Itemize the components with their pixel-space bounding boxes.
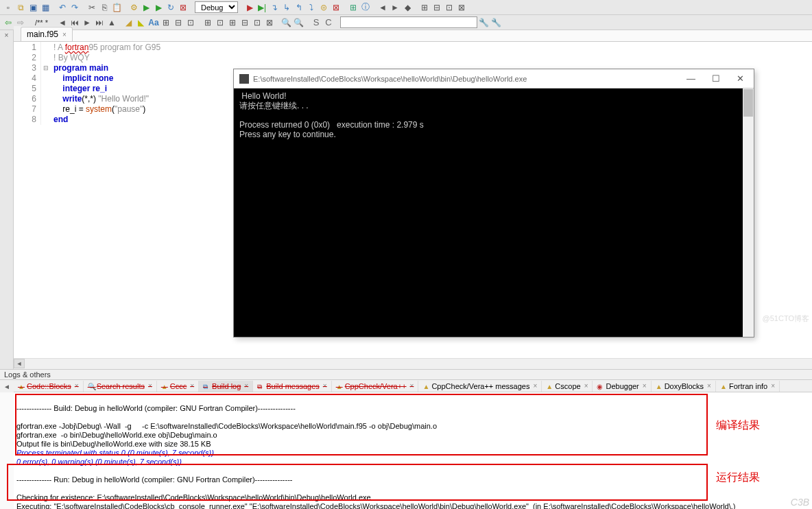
toolbar-row-2: ⇦ ⇨ /** * ◄ ⏮ ► ⏭ ▲ ◢ ◣ Aa ⊞ ⊟ ⊡ ⊞ ⊡ ⊞ ⊟…	[0, 15, 812, 30]
nav-last-icon[interactable]: ⏭	[94, 17, 105, 28]
save-icon[interactable]: ▣	[27, 2, 38, 13]
bottom-tabs: ▲Code::Blocks× 🔍Search results× ▲Cccc× ⧉…	[14, 380, 812, 392]
save-all-icon[interactable]: ▦	[40, 2, 51, 13]
paste-icon[interactable]: 📋	[111, 2, 122, 13]
annotation-label-compile: 编译结果	[716, 418, 760, 433]
build-icon[interactable]: ⚙	[128, 2, 139, 13]
console-app-icon	[239, 74, 249, 84]
info-icon[interactable]: ⓘ	[360, 2, 371, 13]
file-tab-label: main.f95	[27, 29, 58, 39]
tool-d-icon[interactable]: ⊠	[456, 2, 467, 13]
dox-e-icon[interactable]: ⊡	[252, 17, 263, 28]
tab-debugger[interactable]: ◉Debugger×	[593, 381, 651, 392]
watermark: C3B	[791, 497, 809, 508]
console-output: Hello World! 请按任意键继续. . . Process return…	[234, 88, 754, 142]
letter-c-icon[interactable]: C	[323, 17, 334, 28]
file-tab-main[interactable]: main.f95 ×	[21, 27, 73, 41]
line-gutter: 1 2 3 4 5 6 7 8	[14, 42, 41, 125]
console-scrollbar[interactable]	[743, 88, 754, 337]
logs-header[interactable]: Logs & others	[0, 369, 812, 380]
styler-b-icon[interactable]: ◣	[136, 17, 147, 28]
tab-close-icon: ×	[75, 382, 79, 390]
toolbar-row-1: ▫ ⧉ ▣ ▦ ↶ ↷ ✂ ⎘ 📋 ⚙ ▶ ▶ ↻ ⊠ Debug ▶ ▶| ↴…	[0, 0, 812, 15]
back-icon[interactable]: ⇦	[3, 17, 14, 28]
tab-build-messages[interactable]: ⧉Build messages×	[253, 381, 332, 392]
dox-c-icon[interactable]: ⊞	[227, 17, 238, 28]
tab-cppcheck-vera-msg[interactable]: ▲CppCheck/Vera++ messages×	[418, 381, 542, 392]
undo-icon[interactable]: ↶	[57, 2, 68, 13]
dox-d-icon[interactable]: ⊟	[239, 17, 250, 28]
tab-build-log[interactable]: ⧉Build log×	[199, 381, 253, 392]
zoom-out-icon[interactable]: 🔍	[294, 17, 304, 28]
nav-up-icon[interactable]: ▲	[106, 17, 117, 28]
debug-start-icon[interactable]: ▶	[244, 2, 255, 13]
styler-c-icon[interactable]: Aa	[148, 17, 159, 28]
search-input[interactable]	[340, 16, 477, 28]
editor-hscroll[interactable]: ◄	[14, 358, 812, 369]
tab-fortran-info[interactable]: ▲Fortran info×	[716, 381, 780, 392]
bookmark-next-icon[interactable]: ►	[390, 2, 401, 13]
step-into-icon[interactable]: ↳	[281, 2, 292, 13]
build-target-combo[interactable]: Debug	[195, 1, 238, 13]
tool-c-icon[interactable]: ⊡	[444, 2, 455, 13]
nav-fwd-icon[interactable]: ►	[82, 17, 93, 28]
search-opt-icon[interactable]: 🔧	[491, 17, 502, 28]
fold-gutter: ⊟	[41, 42, 51, 125]
bookmark-toggle-icon[interactable]: ◆	[402, 2, 413, 13]
bookmark-prev-icon[interactable]: ◄	[377, 2, 388, 13]
tool-b-icon[interactable]: ⊟	[431, 2, 442, 13]
break-icon[interactable]: ⊜	[318, 2, 329, 13]
run-icon[interactable]: ▶	[141, 2, 152, 13]
step-out-icon[interactable]: ↰	[294, 2, 304, 13]
step-instr-icon[interactable]: ⤵	[306, 2, 317, 13]
bottom-tabs-scroll-left[interactable]: ◄	[0, 380, 14, 392]
code-content[interactable]: ! A fortran95 program for G95 ! By WQY p…	[51, 42, 160, 125]
doc-comment-label: /** *	[32, 19, 51, 27]
tab-cccc[interactable]: ▲Cccc×	[157, 381, 199, 392]
cut-icon[interactable]: ✂	[86, 2, 97, 13]
styler-e-icon[interactable]: ⊟	[173, 17, 184, 28]
annotation-box-run	[7, 464, 708, 501]
tool-a-icon[interactable]: ⊞	[419, 2, 430, 13]
debug-windows-icon[interactable]: ⊞	[348, 2, 359, 13]
new-icon[interactable]: ▫	[3, 2, 14, 13]
dox-f-icon[interactable]: ⊠	[264, 17, 275, 28]
editor-tabs: main.f95 ×	[14, 26, 73, 41]
open-icon[interactable]: ⧉	[15, 2, 26, 13]
zoom-in-icon[interactable]: 🔍	[281, 17, 292, 28]
close-button[interactable]: ✕	[732, 72, 748, 85]
tab-cscope[interactable]: ▲Cscope×	[542, 381, 593, 392]
search-go-icon[interactable]: 🔧	[479, 17, 490, 28]
fold-marker-icon[interactable]: ⊟	[41, 63, 51, 73]
console-titlebar[interactable]: E:\softwareInstalled\CodeBlocks\Workspac…	[234, 69, 754, 88]
styler-d-icon[interactable]: ⊞	[160, 17, 171, 28]
hscroll-left-icon[interactable]: ◄	[14, 359, 25, 368]
tab-close-icon[interactable]: ×	[62, 31, 67, 38]
run-cursor-icon[interactable]: ▶|	[256, 2, 267, 13]
dox-a-icon[interactable]: ⊞	[202, 17, 213, 28]
redo-icon[interactable]: ↷	[69, 2, 80, 13]
dox-b-icon[interactable]: ⊡	[215, 17, 226, 28]
console-title-text: E:\softwareInstalled\CodeBlocks\Workspac…	[253, 75, 527, 83]
tab-doxyblocks[interactable]: ▲DoxyBlocks×	[652, 381, 716, 392]
tab-codeblocks[interactable]: ▲Code::Blocks×	[14, 381, 84, 392]
minimize-button[interactable]: —	[682, 72, 700, 85]
styler-a-icon[interactable]: ◢	[123, 17, 134, 28]
abort-icon[interactable]: ⊠	[178, 2, 189, 13]
build-run-icon[interactable]: ▶	[153, 2, 164, 13]
annotation-box-compile	[15, 394, 708, 455]
tab-search-results[interactable]: 🔍Search results×	[84, 381, 157, 392]
left-panel-collapsed: ×	[0, 30, 14, 369]
copy-icon[interactable]: ⎘	[99, 2, 110, 13]
letter-s-icon[interactable]: S	[311, 17, 322, 28]
close-panel-icon[interactable]: ×	[5, 32, 9, 39]
console-window: E:\softwareInstalled\CodeBlocks\Workspac…	[233, 69, 754, 338]
step-next-icon[interactable]: ↴	[269, 2, 280, 13]
console-scroll-thumb[interactable]	[743, 89, 753, 117]
styler-f-icon[interactable]: ⊡	[185, 17, 196, 28]
stop-icon[interactable]: ⊠	[331, 2, 342, 13]
rebuild-icon[interactable]: ↻	[165, 2, 176, 13]
maximize-button[interactable]: ☐	[708, 72, 724, 85]
tab-cppcheck-vera[interactable]: ▲CppCheck/Vera++×	[332, 381, 419, 392]
watermark-blog: @51CTO博客	[763, 313, 809, 324]
